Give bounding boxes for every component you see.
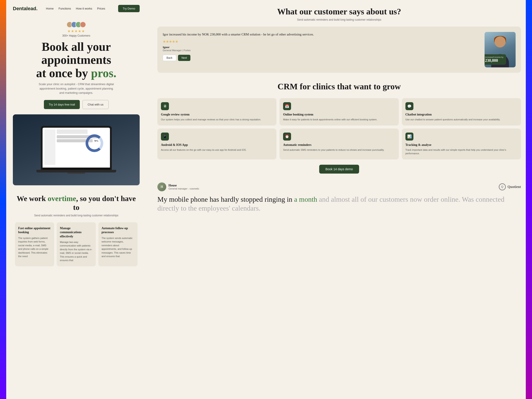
crm-card-3: 💬 Chatbot integration Use our chatbot to… [402, 98, 521, 126]
navbar: Dentalead. Home Functions How it works P… [6, 0, 146, 17]
testimonial2-avatar: H [157, 183, 166, 191]
crm-card-6-desc: Track important data and results with ou… [405, 148, 517, 155]
testimonial-nav-buttons: Back Next [163, 55, 480, 61]
income-value: 230,000 [485, 58, 503, 63]
crm-grid: 🖥 Google review system Our system helps … [157, 98, 521, 159]
logo: Dentalead. [13, 6, 38, 12]
screen-percent: 78% [94, 140, 98, 142]
nav-functions[interactable]: Functions [58, 7, 71, 10]
work-card-3-desc: The system sends automatic welcome messa… [101, 236, 134, 258]
quotient-icon: Q [499, 183, 506, 190]
chat-with-us-button[interactable]: Chat with us [82, 100, 109, 109]
crm-icon-6: 📊 [405, 133, 413, 140]
crm-icon-3: 💬 [405, 102, 413, 110]
work-card-3: Automate follow-up processes The system … [98, 222, 137, 266]
customer-says-section: What our customer says about us? Send au… [157, 7, 521, 73]
work-card-3-title: Automate follow-up processes [101, 226, 134, 234]
crm-card-3-desc: Use our chatbot to answer patient questi… [405, 118, 517, 121]
crm-card-1: 🖥 Google review system Our system helps … [157, 98, 276, 126]
testimonial-content: Igor increased his income by NOK 230,000… [163, 32, 480, 61]
right-panel: What our customer says about us? Send au… [146, 0, 532, 399]
testimonial-card: Igor increased his income by NOK 230,000… [157, 27, 521, 73]
crm-card-1-desc: Our system helps you collect and manage … [161, 118, 273, 121]
work-subtitle: Send automatic reminders and build long-… [13, 214, 140, 217]
crm-card-4-title: Android & IOS App [161, 143, 273, 147]
testimonial-role: General Manager | Fortes [163, 49, 480, 52]
quotient-text: Quotient [508, 185, 521, 189]
crm-icon-1: 🖥 [161, 102, 169, 110]
income-label: Increased income by [485, 56, 503, 58]
hero-title: Book all your appointments at once by pr… [15, 40, 137, 80]
crm-card-4: 📱 Android & IOS App Access all our featu… [157, 129, 276, 159]
customer-avatars [15, 21, 137, 28]
laptop-stand [67, 172, 85, 174]
testimonial-image: Increased income by 230,000 [485, 32, 516, 67]
crm-card-2-desc: Make it easy for patients to book appoin… [283, 118, 395, 121]
testimonial-name: Ignor [163, 45, 480, 49]
testimonial2-header: H House General manager - cosmetic Q Quo… [157, 183, 521, 191]
testimonial2-name: House [168, 184, 199, 187]
hero-subtitle: Scale your clinic on autopilot - CRM tha… [38, 82, 114, 95]
crm-card-5: ⏰ Automatic reminders Send automatic SMS… [279, 129, 399, 159]
crm-card-2: 📅 Online booking system Make it easy for… [279, 98, 399, 126]
testimonial-next-button[interactable]: Next [178, 55, 191, 61]
work-card-2: Manage communications effectively Manage… [57, 222, 96, 266]
crm-card-6: 📊 Tracking & analyse Track important dat… [402, 129, 521, 159]
crm-card-5-title: Automatic reminders [283, 143, 395, 147]
hero-stars: ★★★★★ [15, 29, 137, 33]
work-cards: Fast online appointment booking The syst… [13, 222, 140, 266]
crm-icon-5: ⏰ [283, 133, 291, 140]
person-head [494, 36, 506, 47]
testimonial-stars: ★★★★★ [163, 39, 480, 44]
crm-section: CRM for clinics that want to grow 🖥 Goog… [157, 82, 521, 174]
testimonial2-person: H House General manager - cosmetic [157, 183, 199, 191]
laptop-mockup: 78% [41, 126, 112, 170]
hero-buttons: Try 14 days free trail Chat with us [15, 100, 137, 109]
screen-sidebar [44, 129, 55, 165]
laptop-base [36, 170, 116, 172]
testimonial-back-button[interactable]: Back [163, 55, 176, 61]
crm-card-1-title: Google review system [161, 113, 273, 116]
avatar-4 [80, 21, 86, 28]
work-card-2-desc: Manage two-way communication with patien… [60, 240, 93, 262]
nav-links: Home Functions How it works Prices [46, 7, 112, 10]
crm-card-3-title: Chatbot integration [405, 113, 517, 116]
hero-image: 78% [13, 114, 140, 185]
testimonial2-role: General manager - cosmetic [168, 187, 199, 190]
nav-home[interactable]: Home [46, 7, 54, 10]
work-card-1: Fast online appointment booking The syst… [15, 222, 54, 266]
crm-card-2-title: Online booking system [283, 113, 395, 116]
crm-card-5-desc: Send automatic SMS reminders to your pat… [283, 148, 395, 152]
nav-try-demo-button[interactable]: Try Demo [118, 5, 140, 12]
t2-quote-main: My mobile phone has hardly stopped ringi… [157, 195, 294, 203]
testimonial-text: Igor increased his income by NOK 230,000… [163, 32, 480, 37]
crm-title: CRM for clinics that want to grow [157, 82, 521, 92]
testimonial2-company-logo: Q Quotient [499, 183, 521, 190]
crm-icon-4: 📱 [161, 133, 169, 140]
work-section: We work overtime, so you don't have to S… [6, 185, 146, 266]
t2-quote-accent: a month [294, 195, 317, 203]
work-card-1-title: Fast online appointment booking [18, 226, 51, 234]
work-card-2-title: Manage communications effectively [60, 226, 93, 239]
customers-count: 300+ Happy Customers [15, 34, 137, 37]
nav-prices[interactable]: Prices [97, 7, 105, 10]
work-card-1-desc: The system gathers patient inquiries fro… [18, 236, 51, 258]
customer-says-subtitle: Send automatic reminders and build long-… [157, 18, 521, 21]
crm-demo-button[interactable]: Book 14 days demo [319, 165, 359, 174]
crm-card-4-desc: Access all our features on the go with o… [161, 148, 273, 152]
testimonial2-section: H House General manager - cosmetic Q Quo… [157, 183, 521, 213]
try-free-trail-button[interactable]: Try 14 days free trail [44, 100, 80, 109]
customer-says-title: What our customer says about us? [157, 7, 521, 17]
laptop-screen: 78% [43, 128, 110, 168]
income-badge: Increased income by 230,000 [485, 54, 506, 65]
hero-section: ★★★★★ 300+ Happy Customers Book all your… [6, 17, 146, 109]
left-panel: Dentalead. Home Functions How it works P… [0, 0, 146, 399]
crm-icon-2: 📅 [283, 102, 291, 110]
nav-how-it-works[interactable]: How it works [76, 7, 92, 10]
testimonial2-person-info: House General manager - cosmetic [168, 184, 199, 190]
crm-card-6-title: Tracking & analyse [405, 143, 517, 147]
screen-chart [86, 134, 103, 152]
testimonial2-quote: My mobile phone has hardly stopped ringi… [157, 195, 521, 213]
work-title: We work overtime, so you don't have to [13, 194, 140, 212]
